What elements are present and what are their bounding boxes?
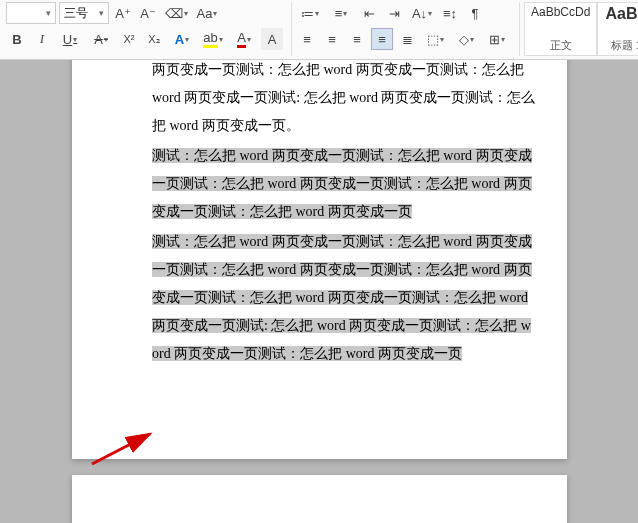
subscript-button[interactable]: X₂ xyxy=(143,28,165,50)
paragraph-section: ≔▾ ≡▾ ⇤ ⇥ A↓▾ ≡↕ ¶ ≡ ≡ ≡ ≡ ≣ ⬚▾ ◇▾ ⊞▾ xyxy=(296,2,520,56)
increase-indent-button[interactable]: ⇥ xyxy=(383,2,405,24)
styles-section: AaBbCcDd 正文 AaBb 标题 1 Aa 标 xyxy=(524,2,638,56)
style-normal[interactable]: AaBbCcDd 正文 xyxy=(524,2,597,56)
font-family-selector[interactable]: ▾ xyxy=(6,2,56,24)
clear-format-button[interactable]: ⌫▾ xyxy=(162,2,190,24)
align-center-button[interactable]: ≡ xyxy=(321,28,343,50)
selected-text[interactable]: 测试：怎么把 word 两页变成一页测试：怎么把 word 两页变成一页测试：怎… xyxy=(152,148,532,219)
align-left-button[interactable]: ≡ xyxy=(296,28,318,50)
chevron-down-icon: ▾ xyxy=(46,8,51,18)
align-right-button[interactable]: ≡ xyxy=(346,28,368,50)
font-color-button[interactable]: A▾ xyxy=(230,28,258,50)
document-page-1[interactable]: 两页变成一页测试：怎么把 word 两页变成一页测试：怎么把 word 两页变成… xyxy=(72,60,567,459)
paragraph[interactable]: 测试：怎么把 word 两页变成一页测试：怎么把 word 两页变成一页测试：怎… xyxy=(152,142,537,226)
kerning-button[interactable]: ⬚▾ xyxy=(421,28,449,50)
paragraph[interactable]: 两页变成一页测试：怎么把 word 两页变成一页测试：怎么把 word 两页变成… xyxy=(152,60,537,140)
highlight-button[interactable]: ab▾ xyxy=(199,28,227,50)
distribute-button[interactable]: ≣ xyxy=(396,28,418,50)
show-marks-button[interactable]: ¶ xyxy=(464,2,486,24)
fill-shading-button[interactable]: ◇▾ xyxy=(452,28,480,50)
borders-button[interactable]: ⊞▾ xyxy=(483,28,511,50)
grow-font-button[interactable]: A⁺ xyxy=(112,2,134,24)
underline-button[interactable]: U▾ xyxy=(56,28,84,50)
document-workspace[interactable]: 两页变成一页测试：怎么把 word 两页变成一页测试：怎么把 word 两页变成… xyxy=(0,60,638,523)
italic-button[interactable]: I xyxy=(31,28,53,50)
align-justify-button[interactable]: ≡ xyxy=(371,28,393,50)
bold-button[interactable]: B xyxy=(6,28,28,50)
superscript-button[interactable]: X² xyxy=(118,28,140,50)
char-shading-button[interactable]: A xyxy=(261,28,283,50)
style-preview: AaBb xyxy=(605,5,638,23)
font-size-value: 三号 xyxy=(64,5,88,22)
font-section: ▾ 三号 ▾ A⁺ A⁻ ⌫▾ Aa▾ B I U▾ A▾ X² X₂ A▾ a… xyxy=(6,2,292,56)
text-effects-button[interactable]: A▾ xyxy=(168,28,196,50)
shrink-font-button[interactable]: A⁻ xyxy=(137,2,159,24)
bullets-button[interactable]: ≔▾ xyxy=(296,2,324,24)
strike-button[interactable]: A▾ xyxy=(87,28,115,50)
change-case-button[interactable]: Aa▾ xyxy=(193,2,221,24)
sort-button[interactable]: A↓▾ xyxy=(408,2,436,24)
numbering-button[interactable]: ≡▾ xyxy=(327,2,355,24)
document-page-2[interactable] xyxy=(72,475,567,523)
decrease-indent-button[interactable]: ⇤ xyxy=(358,2,380,24)
paragraph[interactable]: 测试：怎么把 word 两页变成一页测试：怎么把 word 两页变成一页测试：怎… xyxy=(152,228,537,368)
line-spacing-button[interactable]: ≡↕ xyxy=(439,2,461,24)
style-label: 标题 1 xyxy=(611,38,638,53)
style-heading1[interactable]: AaBb 标题 1 xyxy=(597,2,638,56)
style-label: 正文 xyxy=(550,38,572,53)
selected-text[interactable]: 测试：怎么把 word 两页变成一页测试：怎么把 word 两页变成一页测试：怎… xyxy=(152,234,532,361)
ribbon-toolbar: ▾ 三号 ▾ A⁺ A⁻ ⌫▾ Aa▾ B I U▾ A▾ X² X₂ A▾ a… xyxy=(0,0,638,60)
font-size-selector[interactable]: 三号 ▾ xyxy=(59,2,109,24)
style-preview: AaBbCcDd xyxy=(531,5,590,19)
chevron-down-icon: ▾ xyxy=(99,8,104,18)
